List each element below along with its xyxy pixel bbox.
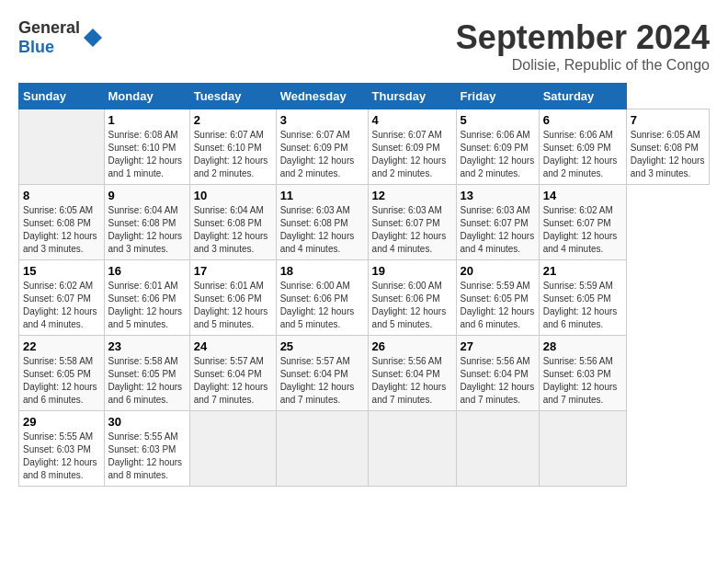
calendar-cell: 11 Sunrise: 6:03 AMSunset: 6:08 PMDaylig… [276, 185, 368, 260]
calendar-cell: 6 Sunrise: 6:06 AMSunset: 6:09 PMDayligh… [539, 109, 626, 185]
day-info: Sunrise: 6:07 AMSunset: 6:10 PMDaylight:… [194, 130, 268, 178]
day-info: Sunrise: 6:00 AMSunset: 6:06 PMDaylight:… [280, 281, 355, 329]
calendar-cell: 10 Sunrise: 6:04 AMSunset: 6:08 PMDaylig… [189, 185, 276, 260]
calendar-week-4: 22 Sunrise: 5:58 AMSunset: 6:05 PMDaylig… [19, 336, 710, 411]
day-number: 14 [543, 189, 622, 202]
day-info: Sunrise: 5:55 AMSunset: 6:03 PMDaylight:… [23, 431, 97, 480]
calendar-cell: 20 Sunrise: 5:59 AMSunset: 6:05 PMDaylig… [456, 260, 539, 336]
calendar-cell [456, 411, 539, 487]
header-monday: Monday [104, 84, 189, 109]
logo-blue: Blue [18, 38, 54, 56]
day-number: 24 [194, 339, 272, 353]
day-info: Sunrise: 5:59 AMSunset: 6:05 PMDaylight:… [461, 281, 535, 329]
header-saturday: Saturday [539, 84, 626, 109]
day-info: Sunrise: 5:58 AMSunset: 6:05 PMDaylight:… [108, 356, 183, 405]
day-info: Sunrise: 6:03 AMSunset: 6:07 PMDaylight:… [372, 205, 447, 254]
day-number: 11 [280, 189, 364, 202]
logo: General Blue [18, 18, 104, 57]
calendar-cell [368, 411, 456, 487]
calendar-cell: 27 Sunrise: 5:56 AMSunset: 6:04 PMDaylig… [456, 336, 539, 411]
calendar-cell: 28 Sunrise: 5:56 AMSunset: 6:03 PMDaylig… [539, 336, 626, 411]
calendar-cell: 30 Sunrise: 5:55 AMSunset: 6:03 PMDaylig… [104, 411, 189, 487]
calendar-cell: 26 Sunrise: 5:56 AMSunset: 6:04 PMDaylig… [368, 336, 456, 411]
day-info: Sunrise: 6:02 AMSunset: 6:07 PMDaylight:… [23, 281, 97, 329]
header-wednesday: Wednesday [276, 84, 368, 109]
day-info: Sunrise: 5:59 AMSunset: 6:05 PMDaylight:… [543, 281, 618, 329]
day-number: 1 [108, 113, 186, 127]
day-number: 16 [108, 264, 186, 278]
day-number: 12 [372, 189, 452, 202]
day-info: Sunrise: 6:04 AMSunset: 6:08 PMDaylight:… [194, 205, 268, 254]
day-number: 27 [461, 339, 535, 353]
calendar-cell: 23 Sunrise: 5:58 AMSunset: 6:05 PMDaylig… [104, 336, 189, 411]
day-number: 22 [23, 339, 100, 353]
day-info: Sunrise: 6:08 AMSunset: 6:10 PMDaylight:… [108, 130, 183, 178]
calendar-cell [539, 411, 626, 487]
month-title: September 2024 [456, 18, 710, 57]
calendar-header-row: Sunday Monday Tuesday Wednesday Thursday… [19, 84, 710, 109]
calendar-table: Sunday Monday Tuesday Wednesday Thursday… [18, 83, 710, 487]
day-info: Sunrise: 6:04 AMSunset: 6:08 PMDaylight:… [108, 205, 183, 254]
day-number: 6 [543, 113, 622, 127]
header-tuesday: Tuesday [189, 84, 276, 109]
day-number: 2 [194, 113, 272, 127]
header: General Blue September 2024 Dolisie, Rep… [18, 18, 710, 74]
calendar-week-2: 8 Sunrise: 6:05 AMSunset: 6:08 PMDayligh… [19, 185, 710, 260]
day-number: 13 [461, 189, 535, 202]
calendar-cell: 17 Sunrise: 6:01 AMSunset: 6:06 PMDaylig… [189, 260, 276, 336]
day-info: Sunrise: 5:55 AMSunset: 6:03 PMDaylight:… [108, 431, 183, 480]
calendar-cell: 15 Sunrise: 6:02 AMSunset: 6:07 PMDaylig… [19, 260, 105, 336]
calendar-cell [19, 109, 105, 185]
title-area: September 2024 Dolisie, Republic of the … [456, 18, 710, 74]
day-info: Sunrise: 6:05 AMSunset: 6:08 PMDaylight:… [23, 205, 97, 254]
day-info: Sunrise: 6:02 AMSunset: 6:07 PMDaylight:… [543, 205, 618, 254]
day-number: 17 [194, 264, 272, 278]
calendar-cell: 19 Sunrise: 6:00 AMSunset: 6:06 PMDaylig… [368, 260, 456, 336]
calendar-week-5: 29 Sunrise: 5:55 AMSunset: 6:03 PMDaylig… [19, 411, 710, 487]
calendar-cell: 22 Sunrise: 5:58 AMSunset: 6:05 PMDaylig… [19, 336, 105, 411]
calendar-cell [276, 411, 368, 487]
day-number: 30 [108, 415, 186, 429]
day-number: 23 [108, 339, 186, 353]
day-number: 19 [372, 264, 452, 278]
day-info: Sunrise: 5:56 AMSunset: 6:04 PMDaylight:… [372, 356, 447, 405]
day-number: 26 [372, 339, 452, 353]
calendar-cell: 14 Sunrise: 6:02 AMSunset: 6:07 PMDaylig… [539, 185, 626, 260]
header-thursday: Thursday [368, 84, 456, 109]
calendar-cell: 9 Sunrise: 6:04 AMSunset: 6:08 PMDayligh… [104, 185, 189, 260]
day-number: 9 [108, 189, 186, 202]
calendar-cell: 29 Sunrise: 5:55 AMSunset: 6:03 PMDaylig… [19, 411, 105, 487]
calendar-cell: 13 Sunrise: 6:03 AMSunset: 6:07 PMDaylig… [456, 185, 539, 260]
day-number: 25 [280, 339, 364, 353]
day-number: 29 [23, 415, 100, 429]
day-info: Sunrise: 5:58 AMSunset: 6:05 PMDaylight:… [23, 356, 97, 405]
logo-general: General [18, 18, 80, 37]
day-number: 3 [280, 113, 364, 127]
day-info: Sunrise: 6:06 AMSunset: 6:09 PMDaylight:… [543, 130, 618, 178]
day-number: 21 [543, 264, 622, 278]
calendar-week-1: 1 Sunrise: 6:08 AMSunset: 6:10 PMDayligh… [19, 109, 710, 185]
day-info: Sunrise: 5:56 AMSunset: 6:03 PMDaylight:… [543, 356, 618, 405]
day-info: Sunrise: 6:01 AMSunset: 6:06 PMDaylight:… [194, 281, 268, 329]
day-info: Sunrise: 5:56 AMSunset: 6:04 PMDaylight:… [461, 356, 535, 405]
day-number: 7 [631, 113, 705, 127]
calendar-cell: 3 Sunrise: 6:07 AMSunset: 6:09 PMDayligh… [276, 109, 368, 185]
svg-marker-0 [84, 29, 102, 47]
day-info: Sunrise: 6:01 AMSunset: 6:06 PMDaylight:… [108, 281, 183, 329]
day-info: Sunrise: 6:07 AMSunset: 6:09 PMDaylight:… [280, 130, 355, 178]
logo-icon [82, 27, 104, 49]
calendar-cell: 1 Sunrise: 6:08 AMSunset: 6:10 PMDayligh… [104, 109, 189, 185]
calendar-cell: 5 Sunrise: 6:06 AMSunset: 6:09 PMDayligh… [456, 109, 539, 185]
calendar-cell: 7 Sunrise: 6:05 AMSunset: 6:08 PMDayligh… [626, 109, 709, 185]
calendar-cell: 8 Sunrise: 6:05 AMSunset: 6:08 PMDayligh… [19, 185, 105, 260]
calendar-cell: 21 Sunrise: 5:59 AMSunset: 6:05 PMDaylig… [539, 260, 626, 336]
calendar-week-3: 15 Sunrise: 6:02 AMSunset: 6:07 PMDaylig… [19, 260, 710, 336]
day-number: 15 [23, 264, 100, 278]
day-number: 10 [194, 189, 272, 202]
day-number: 28 [543, 339, 622, 353]
day-number: 20 [461, 264, 535, 278]
calendar-cell: 4 Sunrise: 6:07 AMSunset: 6:09 PMDayligh… [368, 109, 456, 185]
calendar-cell: 12 Sunrise: 6:03 AMSunset: 6:07 PMDaylig… [368, 185, 456, 260]
day-info: Sunrise: 5:57 AMSunset: 6:04 PMDaylight:… [280, 356, 355, 405]
day-info: Sunrise: 6:00 AMSunset: 6:06 PMDaylight:… [372, 281, 447, 329]
